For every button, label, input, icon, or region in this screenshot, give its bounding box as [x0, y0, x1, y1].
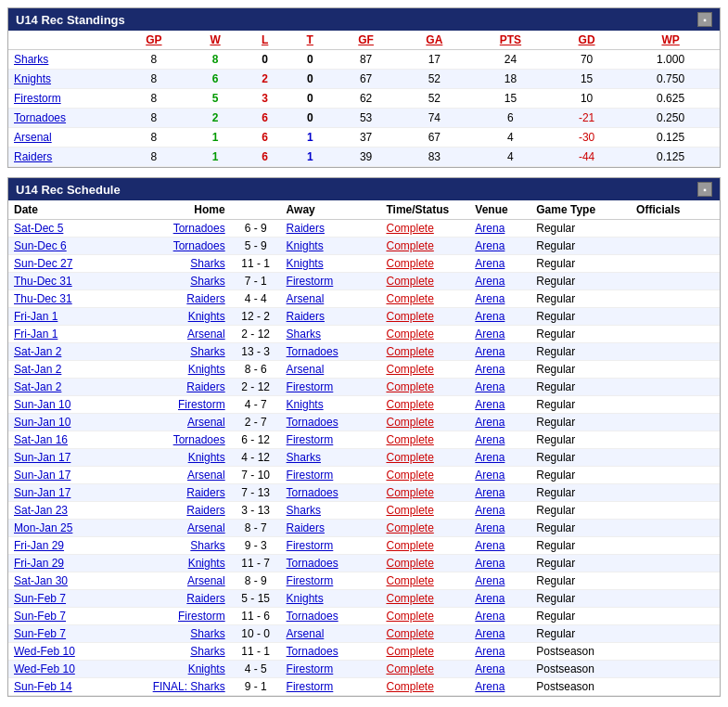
- game-home[interactable]: Raiders: [97, 379, 231, 396]
- game-venue[interactable]: Arena: [469, 431, 530, 449]
- game-venue[interactable]: Arena: [469, 220, 530, 238]
- game-away[interactable]: Knights: [281, 396, 381, 414]
- game-away[interactable]: Firestorm: [281, 273, 381, 290]
- game-venue[interactable]: Arena: [469, 643, 530, 661]
- game-status[interactable]: Complete: [380, 308, 469, 326]
- game-away[interactable]: Raiders: [281, 220, 381, 238]
- game-home[interactable]: Arsenal: [97, 520, 231, 537]
- team-name[interactable]: Firestorm: [8, 89, 120, 109]
- game-home[interactable]: Arsenal: [97, 414, 231, 431]
- game-venue[interactable]: Arena: [469, 625, 530, 643]
- schedule-collapse-btn[interactable]: ▪: [697, 182, 712, 197]
- game-home[interactable]: Knights: [97, 449, 231, 467]
- game-venue[interactable]: Arena: [469, 678, 530, 696]
- game-status[interactable]: Complete: [380, 643, 469, 661]
- game-venue[interactable]: Arena: [469, 467, 530, 484]
- game-status[interactable]: Complete: [380, 273, 469, 290]
- game-home[interactable]: Sharks: [97, 273, 231, 290]
- game-status[interactable]: Complete: [380, 449, 469, 467]
- game-away[interactable]: Firestorm: [281, 661, 381, 678]
- col-gp[interactable]: GP: [120, 31, 188, 50]
- team-name[interactable]: Tornadoes: [8, 109, 120, 128]
- team-name[interactable]: Raiders: [8, 148, 120, 167]
- game-venue[interactable]: Arena: [469, 273, 530, 290]
- game-date[interactable]: Sat-Jan 2: [8, 379, 97, 396]
- game-status[interactable]: Complete: [380, 625, 469, 643]
- game-date[interactable]: Sun-Dec 27: [8, 255, 97, 273]
- game-date[interactable]: Sat-Jan 30: [8, 572, 97, 590]
- game-status[interactable]: Complete: [380, 220, 469, 238]
- game-home[interactable]: Raiders: [97, 502, 231, 520]
- col-l[interactable]: L: [242, 31, 287, 50]
- game-date[interactable]: Fri-Jan 29: [8, 537, 97, 555]
- game-away[interactable]: Tornadoes: [281, 343, 381, 361]
- game-home[interactable]: Tornadoes: [97, 238, 231, 255]
- game-home[interactable]: Firestorm: [97, 396, 231, 414]
- game-date[interactable]: Sun-Feb 14: [8, 678, 97, 696]
- game-away[interactable]: Arsenal: [281, 290, 381, 308]
- game-away[interactable]: Sharks: [281, 502, 381, 520]
- game-home[interactable]: Arsenal: [97, 326, 231, 343]
- game-venue[interactable]: Arena: [469, 661, 530, 678]
- game-status[interactable]: Complete: [380, 396, 469, 414]
- col-pts[interactable]: PTS: [469, 31, 552, 50]
- game-venue[interactable]: Arena: [469, 502, 530, 520]
- game-venue[interactable]: Arena: [469, 343, 530, 361]
- game-status[interactable]: Complete: [380, 414, 469, 431]
- game-date[interactable]: Sat-Jan 2: [8, 361, 97, 379]
- game-venue[interactable]: Arena: [469, 572, 530, 590]
- game-venue[interactable]: Arena: [469, 379, 530, 396]
- game-date[interactable]: Sun-Jan 10: [8, 414, 97, 431]
- game-date[interactable]: Fri-Jan 1: [8, 308, 97, 326]
- game-home[interactable]: Firestorm: [97, 608, 231, 625]
- game-away[interactable]: Knights: [281, 238, 381, 255]
- game-away[interactable]: Raiders: [281, 520, 381, 537]
- standings-collapse-btn[interactable]: ▪: [697, 12, 712, 27]
- game-away[interactable]: Tornadoes: [281, 414, 381, 431]
- game-venue[interactable]: Arena: [469, 238, 530, 255]
- game-home[interactable]: Raiders: [97, 590, 231, 608]
- game-status[interactable]: Complete: [380, 238, 469, 255]
- game-home[interactable]: Sharks: [97, 537, 231, 555]
- game-home[interactable]: Sharks: [97, 255, 231, 273]
- game-away[interactable]: Firestorm: [281, 572, 381, 590]
- col-ga[interactable]: GA: [400, 31, 469, 50]
- game-home[interactable]: Tornadoes: [97, 220, 231, 238]
- game-status[interactable]: Complete: [380, 678, 469, 696]
- game-home[interactable]: Sharks: [97, 643, 231, 661]
- game-status[interactable]: Complete: [380, 608, 469, 625]
- game-home[interactable]: Arsenal: [97, 572, 231, 590]
- col-gd[interactable]: GD: [552, 31, 621, 50]
- game-status[interactable]: Complete: [380, 555, 469, 572]
- game-home[interactable]: Raiders: [97, 484, 231, 502]
- game-away[interactable]: Raiders: [281, 308, 381, 326]
- team-name[interactable]: Knights: [8, 70, 120, 89]
- game-status[interactable]: Complete: [380, 361, 469, 379]
- team-name[interactable]: Sharks: [8, 50, 120, 70]
- game-status[interactable]: Complete: [380, 467, 469, 484]
- game-venue[interactable]: Arena: [469, 396, 530, 414]
- game-away[interactable]: Firestorm: [281, 431, 381, 449]
- game-venue[interactable]: Arena: [469, 361, 530, 379]
- game-home[interactable]: Raiders: [97, 290, 231, 308]
- game-date[interactable]: Sun-Jan 10: [8, 396, 97, 414]
- game-venue[interactable]: Arena: [469, 308, 530, 326]
- game-away[interactable]: Firestorm: [281, 467, 381, 484]
- game-away[interactable]: Tornadoes: [281, 555, 381, 572]
- game-date[interactable]: Sat-Dec 5: [8, 220, 97, 238]
- game-home[interactable]: FINAL: Sharks: [97, 678, 231, 696]
- game-away[interactable]: Knights: [281, 255, 381, 273]
- game-venue[interactable]: Arena: [469, 414, 530, 431]
- game-venue[interactable]: Arena: [469, 449, 530, 467]
- team-name[interactable]: Arsenal: [8, 128, 120, 148]
- game-venue[interactable]: Arena: [469, 608, 530, 625]
- game-status[interactable]: Complete: [380, 502, 469, 520]
- game-status[interactable]: Complete: [380, 484, 469, 502]
- game-status[interactable]: Complete: [380, 290, 469, 308]
- game-home[interactable]: Sharks: [97, 343, 231, 361]
- game-date[interactable]: Thu-Dec 31: [8, 273, 97, 290]
- game-home[interactable]: Sharks: [97, 625, 231, 643]
- col-w[interactable]: W: [188, 31, 243, 50]
- col-wp[interactable]: WP: [621, 31, 720, 50]
- game-away[interactable]: Arsenal: [281, 625, 381, 643]
